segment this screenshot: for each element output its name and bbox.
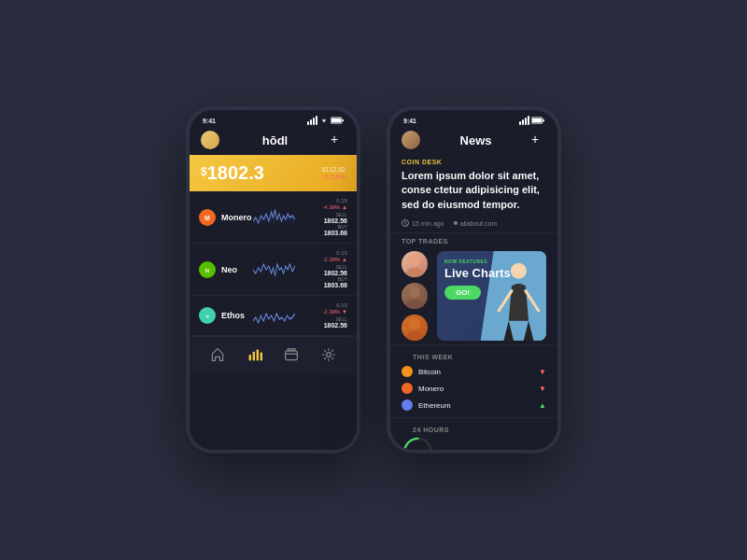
bitcoin-coin: Bitcoin — [402, 366, 441, 377]
nav-portfolio[interactable] — [281, 344, 302, 365]
trade-avatar-2[interactable] — [402, 283, 428, 309]
status-time: 9:41 — [203, 118, 216, 124]
ethereum-name: Ethereum — [418, 401, 451, 410]
nav-charts[interactable] — [245, 344, 265, 365]
bitcoin-name: Bitcoin — [418, 368, 441, 376]
app-title: hōdl — [262, 133, 288, 147]
status-icons — [307, 116, 344, 125]
hours-24-label: 24 HOURS — [402, 422, 546, 436]
news-title: News — [460, 133, 492, 147]
live-charts-title: Live Charts — [444, 266, 539, 281]
main-price-value: $1802.3 — [201, 162, 264, 183]
coin-row-neo[interactable]: N Neo 0.15 -2.39% ▲ SELL 1802.56 BUY 180… — [190, 244, 357, 296]
neo-chart — [253, 257, 295, 283]
nav-home[interactable] — [207, 344, 228, 365]
user-avatar-2[interactable] — [402, 131, 420, 149]
battery-icon — [331, 117, 344, 124]
user-avatar[interactable] — [201, 131, 219, 149]
secondary-price: 8112.82 — [322, 166, 345, 173]
status-icons-2 — [519, 116, 544, 125]
svg-text:M: M — [204, 215, 210, 221]
news-source: COIN DESK — [390, 155, 557, 167]
svg-point-23 — [409, 287, 420, 298]
hours-24-section: 24 HOURS — [390, 417, 557, 453]
week-item-monero[interactable]: Monero ▼ — [402, 380, 546, 397]
svg-point-26 — [405, 331, 424, 341]
top-trades-section: TOP TRADES — [390, 233, 557, 344]
bitcoin-icon — [402, 366, 413, 377]
app-header: hōdl + — [190, 127, 357, 155]
monero-icon: M — [199, 209, 216, 226]
monero-prices: SELL 1802.56 BUY 1803.68 — [310, 212, 347, 236]
week-item-ethereum[interactable]: Ethereum ▲ — [402, 397, 546, 413]
phone-news: 9:41 News + COIN DESK Lorem ipsum dolor … — [388, 107, 560, 453]
monero-chart — [253, 204, 295, 231]
notch-2 — [446, 110, 502, 121]
trade-avatar-3[interactable] — [402, 315, 428, 341]
now-features-label: NOW FEATURES — [444, 259, 539, 264]
this-week-label: THIS WEEK — [402, 349, 546, 363]
svg-rect-9 — [248, 355, 250, 360]
ethos-name: Ethos — [221, 311, 247, 320]
svg-point-16 — [327, 353, 331, 357]
ethereum-change: ▲ — [539, 401, 546, 410]
svg-rect-18 — [532, 119, 542, 122]
hours-gauge — [402, 436, 434, 453]
svg-rect-13 — [286, 351, 298, 360]
notch — [246, 110, 302, 121]
svg-text:N: N — [205, 268, 209, 273]
svg-rect-15 — [292, 349, 295, 351]
coin-row-ethos[interactable]: ✕ Ethos 0.15 -2.39% ▼ SELL 1802.56 — [190, 296, 357, 336]
svg-rect-1 — [331, 119, 341, 122]
news-article: COIN DESK Lorem ipsum dolor sit amet, co… — [390, 155, 557, 233]
top-trades-row: NOW FEATURES Live Charts GO! — [390, 247, 557, 344]
go-button[interactable]: GO! — [444, 286, 481, 300]
price-change: -0.24% — [322, 173, 345, 181]
news-time: 15 min ago — [402, 219, 444, 227]
monero-coin: Monero — [402, 383, 444, 394]
add-button[interactable]: + — [331, 133, 345, 147]
this-week-section: THIS WEEK Bitcoin ▼ Monero ▼ Ethereu — [390, 344, 557, 417]
monero-name: Monero — [221, 213, 247, 222]
add-news-button[interactable]: + — [531, 133, 546, 147]
week-item-bitcoin[interactable]: Bitcoin ▼ — [402, 363, 546, 380]
monero-change: ▼ — [539, 385, 546, 393]
ethos-chart — [253, 302, 295, 329]
news-headline: Lorem ipsum dolor sit amet, conse ctetur… — [390, 167, 557, 217]
svg-rect-14 — [288, 349, 290, 351]
price-meta: 8112.82 -0.24% — [322, 166, 345, 181]
ethos-prices: SELL 1802.56 — [310, 316, 347, 329]
live-charts-card[interactable]: NOW FEATURES Live Charts GO! — [437, 251, 546, 341]
phone-hodl: 9:41 hōdl + $1 — [187, 107, 359, 453]
svg-rect-10 — [252, 352, 254, 361]
news-source-url: allabout.com — [454, 220, 498, 227]
live-charts-content: NOW FEATURES Live Charts GO! — [437, 251, 546, 307]
price-banner: $1802.3 8112.82 -0.24% — [190, 155, 357, 191]
svg-point-21 — [409, 255, 420, 266]
monero-week-name: Monero — [418, 385, 444, 393]
neo-prices: SELL 1802.56 BUY 1803.68 — [310, 264, 347, 288]
neo-name: Neo — [221, 265, 247, 274]
bottom-nav — [190, 336, 357, 374]
trade-avatars — [402, 251, 430, 341]
main-price-display: $1802.3 — [201, 162, 264, 184]
neo-icon: N — [199, 261, 216, 278]
svg-point-22 — [405, 268, 424, 277]
clock-icon — [402, 219, 409, 227]
svg-text:✕: ✕ — [205, 314, 209, 319]
ethereum-coin: Ethereum — [402, 399, 451, 411]
monero-week-icon — [402, 383, 413, 394]
trade-avatar-1[interactable] — [402, 251, 428, 277]
news-meta: 15 min ago allabout.com — [390, 217, 557, 233]
nav-settings[interactable] — [318, 344, 339, 365]
svg-rect-11 — [256, 349, 258, 360]
svg-point-24 — [405, 300, 424, 309]
ethereum-icon — [402, 399, 413, 411]
coin-row-monero[interactable]: M Monero 0.15 -4.39 — [190, 191, 357, 244]
battery-icon-2 — [531, 117, 544, 124]
svg-point-25 — [409, 318, 420, 329]
top-trades-label: TOP TRADES — [390, 233, 557, 247]
neo-change: 0.15 -2.39% ▲ — [322, 250, 347, 262]
ethos-change: 0.15 -2.39% ▼ — [322, 302, 347, 315]
svg-rect-19 — [543, 119, 544, 121]
